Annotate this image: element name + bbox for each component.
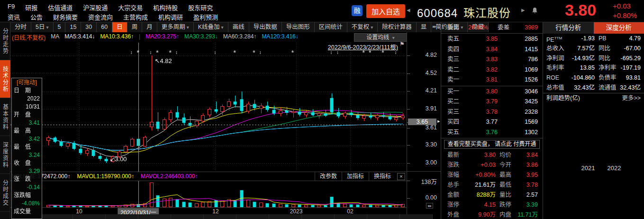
toolbar-item-30[interactable]: 30 — [81, 22, 97, 32]
indicator-button-加指标[interactable]: 加指标 — [342, 172, 369, 181]
event-marker-icon[interactable]: ↕ — [330, 50, 332, 55]
bottom-tab-stub[interactable] — [335, 214, 367, 219]
sidebar-tab-技术分析[interactable]: 技术分析 — [0, 60, 10, 98]
menu-item[interactable]: 公告 — [30, 12, 43, 21]
tab-深度分析[interactable]: 深度分析 — [594, 22, 644, 34]
menu-item[interactable]: 主营构成 — [123, 12, 148, 21]
alert-bell-icon[interactable] — [532, 7, 538, 16]
menu-item[interactable]: 沪深股通 — [83, 3, 108, 12]
toolbar-item-导出数据[interactable]: 导出数据 — [249, 22, 282, 32]
order-book-row[interactable]: 买五3.761302 — [441, 128, 543, 138]
order-book-row[interactable]: 买一3.803046 — [441, 87, 543, 97]
toolbar-item-显[interactable]: 显 — [417, 22, 432, 32]
bottom-tab-stub[interactable] — [204, 214, 236, 219]
sidebar-tab-分时成交[interactable]: 分时成交 — [0, 174, 10, 212]
bottom-tab-stub[interactable] — [171, 214, 204, 219]
menu-item[interactable]: 股东研究 — [188, 3, 213, 12]
order-book-row[interactable]: 买三3.782328 — [441, 107, 543, 118]
bottom-tab-stub[interactable] — [73, 214, 106, 219]
indicator-button-改参数[interactable]: 改参数 — [315, 172, 342, 181]
menu-item[interactable]: 资金流向 — [88, 12, 113, 21]
bottom-tab-bar[interactable] — [40, 214, 433, 219]
toolbar-item-导出图形[interactable]: 导出图形 — [282, 22, 315, 32]
sidebar-tab-基本资料[interactable]: 基本资料 — [0, 98, 10, 136]
event-marker-icon[interactable]: ↕ — [130, 50, 133, 55]
event-marker-icon[interactable]: ↕ — [175, 50, 178, 55]
add-watchlist-button[interactable]: 加入自选 — [366, 4, 405, 18]
order-book-row[interactable]: 卖五3.852885 — [441, 34, 543, 45]
toolbar-item-不复权[interactable]: 不复权▾ — [347, 22, 378, 32]
toolbar-item-区间统计[interactable]: 区间统计 — [315, 22, 347, 32]
bottom-tab-stub[interactable] — [302, 214, 335, 219]
overlay-row-label: 最 高 — [14, 127, 40, 135]
bottom-tab-stub[interactable] — [269, 214, 302, 219]
menu-item[interactable]: 研报 — [25, 3, 37, 12]
level-label: 卖二 — [447, 65, 468, 75]
menu-item[interactable]: 大宗交易 — [118, 3, 143, 12]
axis-expand-icon[interactable]: ▸▸ — [426, 203, 433, 209]
event-marker-icon[interactable]: ↕ — [259, 50, 262, 55]
tab-行情分析[interactable]: 行情分析 — [543, 22, 594, 34]
full-orderbook-upsell-banner[interactable]: 查看完整买卖盘， 请点此 付费开通 — [444, 140, 540, 149]
prev-stock-icon[interactable]: ◂ — [407, 6, 410, 14]
sidebar-tab-分时走势[interactable]: 分时走势 — [0, 22, 10, 60]
sidebar-tab-深度资料[interactable]: 深度资料 — [0, 136, 10, 174]
toolbar-item-5[interactable]: 5 — [54, 22, 66, 32]
toolbar-item-月[interactable]: 月 — [142, 22, 157, 32]
event-marker-icon[interactable]: ↕ — [150, 50, 152, 55]
order-book-row[interactable]: 买四3.771569 — [441, 117, 543, 128]
event-marker-icon[interactable]: * — [291, 50, 294, 55]
menu-item[interactable]: 机构调研 — [158, 12, 183, 21]
toolbar-item-60[interactable]: 60 — [97, 22, 112, 32]
toolbar-item-5日[interactable]: 5日▾ — [31, 22, 53, 32]
toolbar-item-分时[interactable]: 分时 — [10, 22, 31, 32]
event-marker-icon[interactable]: * — [362, 50, 364, 55]
menu-item[interactable]: 估值通道 — [48, 3, 73, 12]
stat-value: 3.78 — [517, 180, 538, 190]
kline-chart[interactable] — [10, 43, 407, 172]
event-marker-icon[interactable]: * — [253, 50, 255, 55]
order-book-row[interactable]: 卖一3.811526 — [441, 75, 543, 85]
toolbar-item-周[interactable]: 周 — [127, 22, 143, 32]
menu-item[interactable]: F9 — [8, 3, 15, 12]
bottom-tab-stub[interactable] — [106, 214, 138, 219]
order-book-row[interactable]: 买二3.793425 — [441, 97, 543, 107]
event-marker-icon[interactable]: * — [136, 50, 139, 55]
margin-trading-badge[interactable]: 融 — [352, 5, 363, 16]
toolbar-item-更多周期[interactable]: 更多周期▾ — [157, 22, 194, 32]
order-book-row[interactable]: 卖四3.841415 — [441, 45, 543, 55]
order-book-row[interactable]: 卖三3.83786 — [441, 55, 543, 65]
menu-item[interactable]: 盈利预测 — [193, 12, 218, 21]
toolbar-item-日[interactable]: 日 — [112, 22, 127, 32]
menu-item[interactable]: 资讯 — [8, 12, 20, 21]
event-marker-icon[interactable]: ↕ — [214, 50, 217, 55]
close-icon[interactable]: × — [397, 173, 405, 180]
indicator-button-换指标[interactable]: 换指标 — [369, 172, 396, 181]
bottom-tab-stub[interactable] — [367, 214, 400, 219]
axis-label: 0.00 — [426, 194, 437, 201]
event-marker-icon[interactable]: * — [381, 50, 384, 55]
bottom-tab-stub[interactable] — [400, 214, 433, 219]
volume-chart[interactable] — [10, 181, 407, 207]
order-book-row[interactable]: 卖二3.821069 — [441, 65, 543, 75]
next-stock-icon[interactable]: ▸ — [521, 6, 525, 14]
ohlc-data-panel[interactable]: [可拖动]日 期202210/31开 盘3.41最 高3.42最 低3.24收 … — [11, 78, 42, 219]
event-marker-icon[interactable]: * — [169, 50, 171, 55]
bottom-tab-stub[interactable] — [236, 214, 269, 219]
event-marker-icon[interactable]: * — [369, 50, 371, 55]
event-marker-icon[interactable]: ↕ — [394, 50, 397, 55]
menu-item[interactable]: 财务摘要 — [53, 12, 78, 21]
menu-item[interactable]: 机构持股 — [153, 3, 178, 12]
toolbar-item-画线[interactable]: 画线 — [228, 22, 249, 32]
toolbar-more-icon[interactable]: ▸▸ — [433, 24, 435, 29]
event-marker-icon[interactable]: * — [233, 50, 236, 55]
event-marker-icon[interactable]: ↕ — [336, 50, 339, 55]
toolbar-item-除权计算器[interactable]: 除权计算器 — [378, 22, 417, 32]
bottom-tab-stub[interactable] — [138, 214, 171, 219]
toolbar-item-15[interactable]: 15 — [65, 22, 81, 32]
event-marker-icon[interactable]: * — [156, 50, 158, 55]
profit-more-link[interactable]: 更多>> — [622, 94, 641, 101]
ask-levels: 卖五3.852885卖四3.841415卖三3.83786卖二3.821069卖… — [441, 34, 543, 85]
bottom-tab-stub[interactable] — [40, 214, 73, 219]
toolbar-item-K线叠加[interactable]: K线叠加▾ — [194, 22, 228, 32]
